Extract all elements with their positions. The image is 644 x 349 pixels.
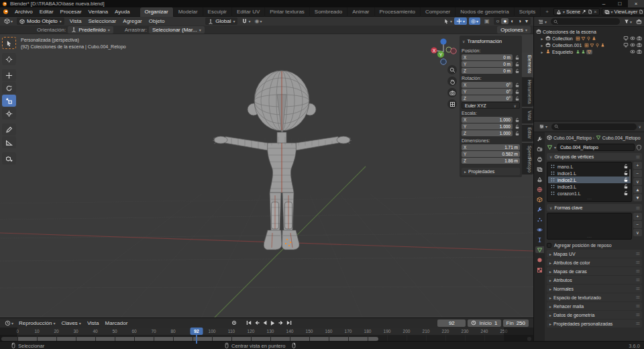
close-button[interactable]: ×: [628, 0, 644, 7]
rotate-tool[interactable]: [2, 82, 16, 94]
drag-handle-icon[interactable]: ≡≡: [636, 295, 639, 299]
list-scrollbar[interactable]: [629, 169, 631, 181]
panel-header-espacio-de-texturizado[interactable]: ▸Espacio de texturizado≡≡: [547, 293, 642, 301]
properties-search-input[interactable]: [551, 123, 637, 130]
properties-tab-render[interactable]: [535, 146, 544, 152]
panel-header-propiedades-personalizadas[interactable]: ▸Propiedades personalizadas≡≡: [547, 319, 642, 328]
sidebar-tab-herramienta[interactable]: Herramienta: [522, 77, 533, 107]
sidebar-tab-vista[interactable]: Vista: [522, 108, 533, 123]
xray-toggle[interactable]: ▣: [482, 18, 492, 24]
shading-wireframe-button[interactable]: ○: [494, 18, 502, 24]
transform-panel-header[interactable]: ∨ Transformación: [462, 37, 520, 46]
scale-x-field[interactable]: X1.000: [462, 117, 513, 123]
shape-key-specials-button[interactable]: ∨: [633, 229, 642, 236]
viewlayer-selector[interactable]: ▾ ViewLayer ×: [602, 8, 644, 15]
show-gizmo-toggle[interactable]: ▾: [454, 17, 467, 25]
maximize-button[interactable]: □: [612, 0, 628, 7]
horizontal-scrollbar[interactable]: [1, 337, 378, 341]
rotation-x-field[interactable]: X0°: [462, 82, 513, 88]
drag-handle-icon[interactable]: ≡≡: [636, 206, 639, 210]
properties-tab-object[interactable]: [535, 196, 544, 203]
current-frame-field[interactable]: 92: [437, 319, 466, 327]
properties-tab-modifiers[interactable]: [535, 206, 544, 213]
tab-procesamiento[interactable]: Procesamiento: [375, 7, 421, 17]
fake-user-shield-icon[interactable]: [636, 144, 642, 150]
lock-icon[interactable]: [515, 83, 520, 88]
transform-tool[interactable]: [2, 107, 16, 119]
pin-icon[interactable]: [582, 9, 586, 14]
lock-toggle[interactable]: [514, 117, 520, 123]
position-z-field[interactable]: Z0 m: [462, 68, 513, 74]
menu-editar[interactable]: Editar: [36, 7, 57, 17]
zoom-button[interactable]: [447, 65, 457, 74]
datablock-name-field[interactable]: Cubo.004_Retopo: [557, 144, 635, 151]
show-overlays-toggle[interactable]: ◎ ▾: [469, 17, 480, 25]
position-y-field[interactable]: Y0 m: [462, 61, 513, 67]
proportional-editing-toggle[interactable]: ◉ ▾: [253, 18, 264, 24]
play-reverse-button[interactable]: [261, 319, 268, 327]
drag-handle-icon[interactable]: ≡≡: [636, 278, 639, 282]
viewport-menu-seleccionar[interactable]: Seleccionar: [85, 18, 119, 24]
tab-sombreado[interactable]: Sombreado: [310, 7, 347, 17]
drag-handle-icon[interactable]: ≡≡: [636, 269, 639, 273]
lock-toggle[interactable]: [514, 89, 520, 95]
properties-tab-physics[interactable]: [535, 226, 544, 233]
lock-toggle[interactable]: [514, 95, 520, 101]
add-cube-tool[interactable]: [2, 152, 16, 164]
select-box-tool[interactable]: [2, 37, 16, 49]
panel-header-normales[interactable]: ▸Normales≡≡: [547, 285, 642, 293]
lock-toggle[interactable]: [514, 82, 520, 88]
tab-organizar[interactable]: Organizar: [140, 7, 174, 17]
gizmo-z-neg-axis[interactable]: [441, 59, 446, 64]
object-type-visibility-button[interactable]: ▾: [441, 18, 454, 24]
vertex-group-row[interactable]: indice3.L: [548, 183, 631, 190]
lock-icon[interactable]: [515, 68, 520, 74]
scale-y-field[interactable]: Y1.000: [462, 123, 513, 130]
outliner-row-esqueleto[interactable]: ▸ Esqueleto: [534, 48, 644, 55]
scale-z-field[interactable]: Z1.000: [462, 130, 513, 136]
menu-reproduccion[interactable]: Reproducción▾: [16, 320, 58, 326]
menu-ventana[interactable]: Ventana: [85, 7, 111, 17]
move-group-down-button[interactable]: ▼: [633, 194, 642, 201]
lock-icon[interactable]: [623, 177, 629, 183]
breadcrumb-object[interactable]: Cubo.004_Retopo: [553, 136, 592, 140]
move-group-up-button[interactable]: ▲: [633, 186, 642, 193]
list-resize-grip[interactable]: ···: [548, 197, 631, 201]
new-collection-icon[interactable]: [636, 19, 642, 25]
properties-panel-header[interactable]: ▸ Propiedades: [462, 168, 520, 175]
vertex-group-row[interactable]: corazon1.L: [548, 190, 631, 197]
start-frame-field[interactable]: Inicio 1: [468, 319, 500, 327]
options-dropdown[interactable]: Opciones ▾: [497, 26, 531, 34]
vertex-groups-panel-header[interactable]: ∨ Grupos de vértices ≡≡: [547, 153, 642, 160]
outliner-row-collection[interactable]: ▸ Collection: [534, 35, 644, 42]
snap-toggle[interactable]: ▾: [239, 18, 252, 24]
app-menu-icon[interactable]: [3, 9, 9, 15]
hide-eye-icon[interactable]: [630, 49, 635, 54]
end-frame-field[interactable]: Fin 250: [503, 319, 529, 327]
shape-keys-list[interactable]: ···: [547, 213, 632, 240]
jump-to-end-button[interactable]: [285, 319, 292, 327]
outliner-row-collection-001[interactable]: ▸ Collection.001: [534, 42, 644, 48]
drag-handle-icon[interactable]: ≡≡: [636, 287, 639, 291]
properties-tab-particles[interactable]: [535, 216, 544, 223]
properties-tab-output[interactable]: [535, 156, 544, 162]
outliner-filter-button[interactable]: ▾: [622, 19, 634, 24]
panel-header-mapas-uv[interactable]: ▸Mapas UV≡≡: [547, 250, 642, 258]
minimize-button[interactable]: –: [596, 0, 612, 7]
cursor-tool[interactable]: [2, 53, 16, 65]
lock-toggle[interactable]: [514, 61, 520, 67]
list-resize-grip[interactable]: ···: [547, 235, 631, 239]
move-tool[interactable]: [2, 69, 16, 81]
viewport-menu-agregar[interactable]: Agregar: [119, 18, 145, 24]
viewport-menu-vista[interactable]: Vista: [66, 18, 85, 24]
gizmo-x-neg-axis[interactable]: [451, 48, 456, 54]
viewport-canvas[interactable]: Personalizada (perspectiva) (92) Colecci…: [0, 34, 533, 317]
new-viewlayer-icon[interactable]: [639, 9, 643, 14]
disable-render-icon[interactable]: [637, 42, 642, 48]
rest-position-checkbox[interactable]: [547, 243, 551, 248]
properties-tab-constraints[interactable]: [535, 236, 544, 243]
jump-to-start-button[interactable]: [245, 319, 252, 327]
dimensions-z-field[interactable]: Z1.86 m: [462, 158, 520, 164]
orientation-preset-dropdown[interactable]: Predefinido ▾: [68, 26, 113, 34]
rotation-mode-dropdown[interactable]: Euler XYZ ∨: [462, 102, 520, 109]
